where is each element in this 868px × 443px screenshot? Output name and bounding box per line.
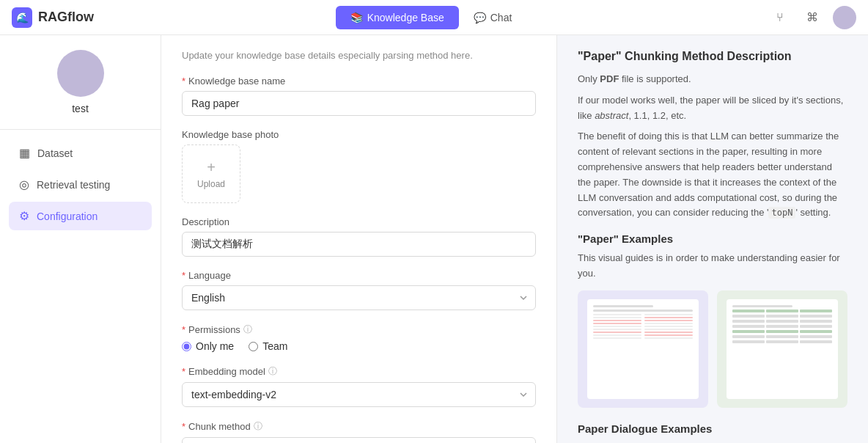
user-avatar[interactable] [833, 6, 856, 29]
permissions-only-me-text: Only me [196, 340, 234, 352]
language-label: * Language [182, 270, 536, 281]
kb-name-required: * [182, 76, 185, 87]
dialogue-title: Paper Dialogue Examples [578, 422, 847, 435]
paper-line-title [593, 305, 652, 307]
sidebar-item-retrieval-testing[interactable]: ◎ Retrieval testing [9, 170, 152, 199]
logo-icon: 🌊 [12, 7, 32, 28]
sidebar-username: test [72, 103, 89, 114]
permissions-info-icon[interactable]: ⓘ [243, 323, 252, 336]
example-images [578, 290, 847, 408]
example-img-2 [717, 290, 847, 408]
kb-photo-group: Knowledge base photo + Upload [182, 129, 536, 203]
chat-icon: 💬 [474, 12, 486, 23]
examples-subtitle: This visual guides is in order to make u… [578, 251, 847, 282]
paper-cols [593, 314, 692, 393]
chunk-method-label: * Chunk method ⓘ [182, 420, 536, 433]
permissions-only-me-radio[interactable] [182, 342, 191, 351]
tab-chat[interactable]: 💬 Chat [459, 6, 527, 29]
paper-line-1 [593, 310, 692, 312]
paper-preview-2 [727, 299, 837, 399]
logo-initial: 🌊 [16, 12, 29, 23]
chunk-required: * [182, 421, 185, 432]
language-group: * Language English Chinese Japanese Kore… [182, 270, 536, 310]
paper-table [732, 310, 831, 393]
logo-text: RAGflow [38, 10, 94, 25]
dataset-icon: ▦ [19, 146, 30, 160]
tab-chat-label: Chat [490, 12, 512, 23]
sidebar-avatar [57, 50, 104, 97]
settings-shortcut-button[interactable]: ⌘ [801, 6, 824, 29]
chunk-method-select[interactable]: Paper General Q&A Manual [182, 437, 536, 443]
topnav: 🌊 RAGflow 📚 Knowledge Base 💬 Chat ⑂ ⌘ [0, 0, 868, 35]
permissions-team-label[interactable]: Team [249, 340, 287, 352]
nav-tabs: 📚 Knowledge Base 💬 Chat [336, 6, 527, 29]
github-button[interactable]: ⑂ [768, 6, 792, 29]
permissions-team-radio[interactable] [249, 342, 258, 351]
examples-title: "Paper" Examples [578, 233, 847, 245]
form-panel: Update your knowledge base details espec… [161, 35, 557, 443]
embedding-group: * Embedding model ⓘ text-embedding-v2 te… [182, 365, 536, 407]
desc-para1: Only PDF file is supported. [578, 72, 847, 87]
knowledge-base-icon: 📚 [350, 12, 363, 23]
embedding-select[interactable]: text-embedding-v2 text-embedding-v1 [182, 382, 536, 407]
paper-col-right [644, 314, 693, 393]
sidebar-item-dataset-label: Dataset [37, 147, 73, 159]
logo-area: 🌊 RAGflow [12, 7, 94, 28]
tab-knowledge-base[interactable]: 📚 Knowledge Base [336, 6, 459, 29]
permissions-group: * Permissions ⓘ Only me Team [182, 323, 536, 352]
desc-label: Description [182, 216, 536, 227]
desc-group: Description [182, 216, 536, 257]
chunk-info-icon[interactable]: ⓘ [254, 420, 262, 433]
permissions-label: * Permissions ⓘ [182, 323, 536, 336]
desc-para2: If our model works well, the paper will … [578, 93, 847, 124]
permissions-required: * [182, 324, 185, 335]
sidebar-item-configuration-label: Configuration [37, 210, 98, 222]
photo-upload-area[interactable]: + Upload [182, 144, 240, 203]
tab-knowledge-base-label: Knowledge Base [367, 12, 444, 23]
sidebar-item-configuration[interactable]: ⚙ Configuration [9, 202, 152, 230]
example-img-1 [578, 290, 708, 408]
desc-input[interactable] [182, 232, 536, 257]
retrieval-icon: ◎ [19, 177, 29, 191]
main-content: Update your knowledge base details espec… [161, 35, 868, 443]
upload-label: Upload [197, 179, 225, 189]
permissions-only-me-label[interactable]: Only me [182, 340, 234, 352]
sidebar-item-retrieval-label: Retrieval testing [37, 179, 110, 191]
permissions-team-text: Team [262, 340, 287, 352]
embedding-info-icon[interactable]: ⓘ [268, 365, 277, 378]
kb-photo-label: Knowledge base photo [182, 129, 536, 140]
sidebar: test ▦ Dataset ◎ Retrieval testing ⚙ Con… [0, 35, 161, 443]
embedding-required: * [182, 366, 185, 377]
embedding-label: * Embedding model ⓘ [182, 365, 536, 378]
paper-preview-1 [587, 299, 698, 399]
sidebar-divider [0, 129, 161, 130]
paper-line-title-2 [732, 305, 792, 307]
chunk-method-group: * Chunk method ⓘ Paper General Q&A Manua… [182, 420, 536, 443]
kb-name-group: * Knowledge base name [182, 76, 536, 116]
upload-plus-icon: + [207, 159, 216, 176]
language-select[interactable]: English Chinese Japanese Korean [182, 285, 536, 310]
kb-name-label: * Knowledge base name [182, 76, 536, 87]
kb-name-input[interactable] [182, 91, 536, 116]
permissions-radio-group: Only me Team [182, 340, 536, 352]
sidebar-menu: ▦ Dataset ◎ Retrieval testing ⚙ Configur… [0, 139, 161, 230]
desc-para3: The benefit of doing this is that LLM ca… [578, 129, 847, 221]
configuration-icon: ⚙ [19, 209, 29, 223]
sidebar-item-dataset[interactable]: ▦ Dataset [9, 139, 152, 167]
form-subtitle: Update your knowledge base details espec… [182, 50, 536, 61]
paper-col-left [593, 314, 641, 393]
desc-main-title: "Paper" Chunking Method Description [578, 50, 847, 63]
nav-right: ⑂ ⌘ [768, 6, 856, 29]
layout: test ▦ Dataset ◎ Retrieval testing ⚙ Con… [0, 35, 868, 443]
language-required: * [182, 270, 185, 281]
description-panel: "Paper" Chunking Method Description Only… [557, 35, 868, 443]
